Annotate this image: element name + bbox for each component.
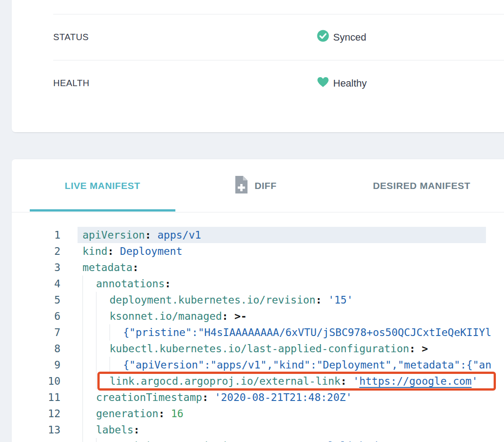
code-segment: >- bbox=[228, 310, 247, 322]
code-text: app.kubernetes.io/instance: external-lin… bbox=[82, 438, 397, 442]
sync-status-text: Synced bbox=[333, 32, 366, 43]
code-text: labels: bbox=[82, 422, 140, 438]
code-segment: link.argocd.argoproj.io/external-link bbox=[110, 375, 340, 387]
health-label: HEALTH bbox=[53, 78, 317, 88]
line-number: 9 bbox=[12, 357, 60, 373]
status-card: STATUS Synced HEALTH Healthy bbox=[12, 0, 504, 132]
indent-guide bbox=[82, 324, 96, 341]
indent-guide bbox=[82, 405, 96, 422]
code-text: ksonnet.io/managed: >- bbox=[82, 308, 247, 324]
tab-diff-label: DIFF bbox=[255, 180, 277, 191]
line-number: 10 bbox=[12, 373, 60, 389]
code-segment: {"apiVersion":"apps/v1","kind":"Deployme… bbox=[123, 359, 491, 371]
status-label: STATUS bbox=[53, 32, 317, 42]
code-segment: : bbox=[409, 343, 416, 355]
code-segment: : bbox=[133, 262, 139, 273]
code-segment: ' bbox=[472, 375, 478, 387]
code-segment: ksonnet.io/managed bbox=[110, 310, 222, 322]
indent-guide bbox=[96, 341, 110, 357]
code-segment: metadata bbox=[82, 262, 133, 273]
code-segment: : bbox=[272, 440, 278, 442]
code-line-12: 12generation: 16 bbox=[12, 405, 504, 422]
indent-guide bbox=[96, 438, 110, 442]
line-number: 13 bbox=[12, 422, 60, 438]
code-line-5: 5deployment.kubernetes.io/revision: '15' bbox=[12, 292, 504, 308]
sync-status-value: Synced bbox=[317, 30, 366, 45]
tab-live-manifest-label: LIVE MANIFEST bbox=[65, 180, 141, 191]
code-text: annotations: bbox=[82, 276, 171, 292]
indent-guide bbox=[82, 438, 96, 442]
line-number: 6 bbox=[12, 308, 60, 324]
code-segment: Deployment bbox=[114, 245, 182, 257]
code-text: metadata: bbox=[82, 259, 139, 276]
tab-diff[interactable]: DIFF bbox=[175, 159, 336, 212]
code-text: apiVersion: apps/v1 bbox=[82, 227, 201, 243]
code-segment: creationTimestamp bbox=[96, 391, 202, 403]
indent-guide bbox=[82, 357, 96, 373]
indent-guide bbox=[110, 357, 123, 373]
line-number: 1 bbox=[12, 227, 60, 243]
code-line-9: 9{"apiVersion":"apps/v1","kind":"Deploym… bbox=[12, 357, 504, 373]
indent-guide bbox=[96, 308, 110, 324]
code-segment: : bbox=[158, 408, 165, 419]
external-link[interactable]: https://google.com bbox=[359, 375, 472, 387]
code-segment: labels bbox=[96, 424, 133, 436]
code-text: link.argocd.argoproj.io/external-link: '… bbox=[82, 373, 478, 389]
indent-guide bbox=[96, 292, 110, 308]
code-line-6: 6ksonnet.io/managed: >- bbox=[12, 308, 504, 324]
file-plus-icon bbox=[234, 175, 248, 196]
indent-guide bbox=[82, 341, 96, 357]
line-number: 4 bbox=[12, 276, 60, 292]
code-segment: '15' bbox=[322, 294, 353, 306]
tab-desired-manifest-label: DESIRED MANIFEST bbox=[373, 180, 470, 191]
code-text: kubectl.kubernetes.io/last-applied-confi… bbox=[82, 341, 428, 357]
code-segment: '2020-08-21T21:48:20Z' bbox=[208, 391, 352, 403]
line-number: 8 bbox=[12, 341, 60, 357]
line-number: 14 bbox=[12, 438, 60, 442]
code-text: generation: 16 bbox=[82, 405, 183, 422]
code-line-13: 13labels: bbox=[12, 422, 504, 438]
code-line-14: 14app.kubernetes.io/instance: external-l… bbox=[12, 438, 504, 442]
code-segment: > bbox=[416, 343, 428, 355]
tab-desired-manifest[interactable]: DESIRED MANIFEST bbox=[336, 159, 504, 212]
code-line-4: 4annotations: bbox=[12, 276, 504, 292]
code-text: {"pristine":"H4sIAAAAAAAA/6xVTU/jSBC978+… bbox=[82, 324, 491, 341]
line-number: 7 bbox=[12, 324, 60, 341]
code-segment: : bbox=[133, 424, 140, 436]
indent-guide bbox=[96, 373, 110, 389]
code-text: kind: Deployment bbox=[82, 243, 183, 259]
status-row: STATUS Synced bbox=[53, 14, 504, 60]
health-status-value: Healthy bbox=[317, 76, 367, 90]
code-segment: apiVersion bbox=[82, 229, 145, 241]
health-status-text: Healthy bbox=[333, 78, 367, 89]
indent-guide bbox=[96, 357, 110, 373]
code-line-10: 10link.argocd.argoproj.io/external-link:… bbox=[12, 373, 504, 389]
indent-guide bbox=[82, 308, 96, 324]
code-text: creationTimestamp: '2020-08-21T21:48:20Z… bbox=[82, 389, 352, 405]
code-segment: kind bbox=[82, 245, 107, 257]
code-segment: : bbox=[145, 229, 151, 241]
line-number: 3 bbox=[12, 259, 60, 276]
indent-guide bbox=[82, 292, 96, 308]
code-line-11: 11creationTimestamp: '2020-08-21T21:48:2… bbox=[12, 389, 504, 405]
code-segment: : bbox=[202, 391, 208, 403]
code-segment: app.kubernetes.io/instance bbox=[110, 440, 272, 442]
code-line-1: 1apiVersion: apps/v1 bbox=[12, 227, 504, 243]
line-number: 2 bbox=[12, 243, 60, 259]
indent-guide bbox=[110, 324, 123, 341]
indent-guide bbox=[82, 373, 96, 389]
tab-live-manifest[interactable]: LIVE MANIFEST bbox=[30, 159, 175, 212]
line-number: 12 bbox=[12, 405, 60, 422]
indent-guide bbox=[96, 324, 110, 341]
heart-icon bbox=[317, 76, 329, 90]
active-tab-underline bbox=[30, 209, 175, 212]
code-segment: : bbox=[316, 294, 322, 306]
code-segment: generation bbox=[96, 408, 158, 419]
indent-guide bbox=[82, 422, 96, 438]
code-line-2: 2kind: Deployment bbox=[12, 243, 504, 259]
code-segment: : bbox=[107, 245, 114, 257]
manifest-tab-bar: LIVE MANIFEST DIFF DESIRED MANIFEST bbox=[12, 159, 504, 212]
manifest-card: LIVE MANIFEST DIFF DESIRED MANIFEST 1api… bbox=[12, 159, 504, 442]
code-segment: {"pristine":"H4sIAAAAAAAA/6xVTU/jSBC978+… bbox=[123, 327, 491, 338]
code-segment: : bbox=[165, 278, 171, 290]
